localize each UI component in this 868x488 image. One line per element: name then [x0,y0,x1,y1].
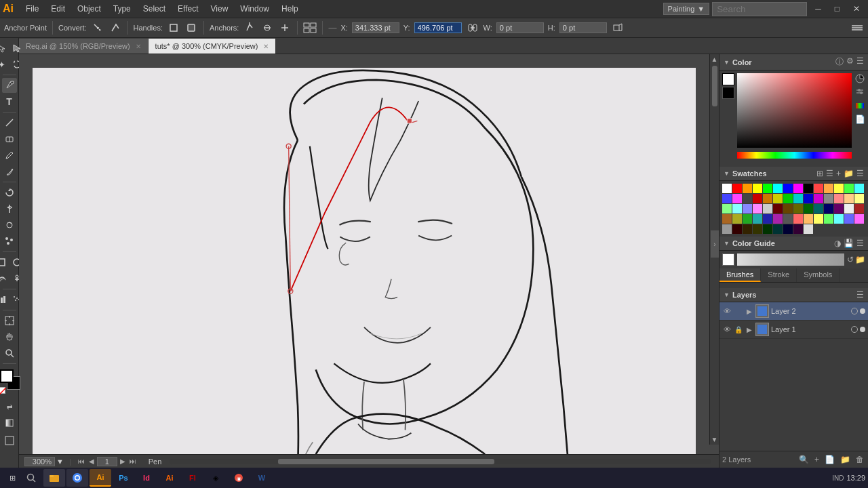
taskbar-word[interactable]: W [251,469,273,487]
color-panel-header[interactable]: ▼ Color ⓘ ⚙ ☰ [719,54,868,70]
color-swatch[interactable] [743,184,752,193]
color-swatch[interactable] [773,204,783,214]
color-swatch[interactable] [753,194,762,203]
layers-options-icon[interactable]: ☰ [856,290,864,300]
taskbar-animate[interactable]: Ai [159,469,180,487]
color-swatch[interactable] [793,224,803,234]
tab-req[interactable]: Req.ai @ 150% (RGB/Preview) ✕ [19,39,149,54]
layers-panel-header[interactable]: ▼ Layers ☰ [719,288,868,302]
color-swatch[interactable] [814,204,823,214]
color-gradient-picker[interactable] [737,73,852,148]
color-swatch[interactable] [753,184,762,193]
color-swatch[interactable] [804,214,813,224]
color-info-icon[interactable]: ⓘ [835,56,844,68]
anchors-remove-icon[interactable] [260,21,274,35]
color-swatch[interactable] [854,194,864,203]
screen-mode-btn[interactable] [2,433,17,448]
none-stroke[interactable] [0,387,5,394]
line-tool[interactable] [2,115,17,130]
color-swatch[interactable] [722,184,732,193]
color-swatch[interactable] [793,204,803,214]
color-swatch[interactable] [732,184,742,193]
color-swatch[interactable] [753,214,762,224]
menu-object[interactable]: Object [72,3,106,15]
folder-layer-btn[interactable]: 📁 [839,453,852,466]
color-swatch[interactable] [732,214,742,224]
fill-mode-btn[interactable] [0,415,1,430]
color-swatch[interactable] [773,194,783,203]
color-swatch[interactable] [783,184,793,193]
select-tool[interactable] [0,41,9,56]
taskbar-indesign[interactable]: Id [136,469,157,487]
menu-file[interactable]: File [20,3,44,15]
brushes-tab[interactable]: Brushes [719,268,761,282]
graph-tool[interactable] [0,292,9,307]
color-swatch[interactable] [763,204,772,214]
search-input[interactable] [712,2,807,16]
color-swatch[interactable] [854,214,864,224]
menu-effect[interactable]: Effect [172,3,203,15]
magic-wand-tool[interactable]: ✦ [0,57,9,72]
h-scrollbar[interactable] [170,459,711,464]
x-coord-field[interactable] [352,22,399,33]
page-field[interactable] [97,457,117,466]
layer-1-lock[interactable]: 🔒 [734,325,743,334]
color-swatch[interactable] [732,194,742,203]
color-swatch[interactable] [814,184,823,193]
color-swatch[interactable] [773,184,783,193]
color-swatch[interactable] [793,184,803,193]
h-coord-field[interactable] [559,22,607,33]
close-button[interactable]: ✕ [848,3,865,15]
y-coord-field[interactable] [414,22,462,33]
guide-base-swatch[interactable] [722,253,734,266]
next-page-btn[interactable]: ▶ [119,458,127,465]
color-swatch[interactable] [743,224,752,234]
color-swatch[interactable] [834,204,844,214]
tab-req-close[interactable]: ✕ [136,43,141,50]
color-swatch[interactable] [844,204,854,214]
first-page-btn[interactable]: ⏮ [77,458,86,465]
rectangle-tool[interactable] [0,255,9,270]
color-swatch[interactable] [773,224,783,234]
color-swatch[interactable] [793,214,803,224]
layer-row-1[interactable]: 👁 🔒 ▶ Layer 1 [719,321,868,339]
color-guide-harmony-icon[interactable]: ◑ [834,239,841,248]
color-swatch[interactable] [753,204,762,214]
color-swatch[interactable] [824,194,833,203]
layer-2-target[interactable] [851,308,858,314]
reflect-tool[interactable] [2,201,17,216]
color-swatch[interactable] [804,184,813,193]
minimize-button[interactable]: ─ [810,3,827,15]
tab-tuts[interactable]: tuts* @ 300% (CMYK/Preview) ✕ [149,39,277,54]
hue-slider[interactable] [737,152,852,159]
layer-row-2[interactable]: 👁 🔒 ▶ Layer 2 [719,302,868,321]
color-document-icon[interactable]: 📄 [854,114,865,125]
menu-type[interactable]: Type [108,3,136,15]
swatches-options-icon[interactable]: ☰ [856,169,864,178]
link-icon[interactable] [466,21,479,35]
swatches-panel-header[interactable]: ▼ Swatches ⊞ ☰ + 📁 ☰ [719,167,868,181]
color-wheel-icon[interactable] [854,73,865,84]
color-swatch[interactable] [783,204,793,214]
taskbar-app1[interactable]: ◈ [205,469,226,487]
guide-harmony-icon[interactable]: ↺ [847,255,854,264]
layer-1-visibility[interactable]: 👁 [722,325,732,334]
color-guide-options-icon[interactable]: ☰ [856,239,864,248]
eraser-tool[interactable] [2,131,17,146]
color-swatch[interactable] [793,194,803,203]
color-swatch[interactable] [844,214,854,224]
swatches-add-icon[interactable]: + [836,169,841,178]
search-layers-btn[interactable]: 🔍 [797,453,810,466]
direct-select-tool[interactable] [9,41,24,56]
v-scroll-thumb[interactable] [712,66,717,106]
anchors-pen-icon[interactable] [243,21,256,35]
tab-tuts-close[interactable]: ✕ [263,43,269,50]
taskbar-app2[interactable]: ◉ [228,469,250,487]
hand-tool[interactable] [2,329,17,344]
anchors-add-icon[interactable] [278,21,292,35]
menu-edit[interactable]: Edit [45,3,71,15]
color-swatch[interactable] [763,224,772,234]
taskbar-explorer[interactable] [43,469,65,487]
maximize-button[interactable]: □ [829,3,845,15]
color-sliders-icon[interactable] [854,87,865,98]
